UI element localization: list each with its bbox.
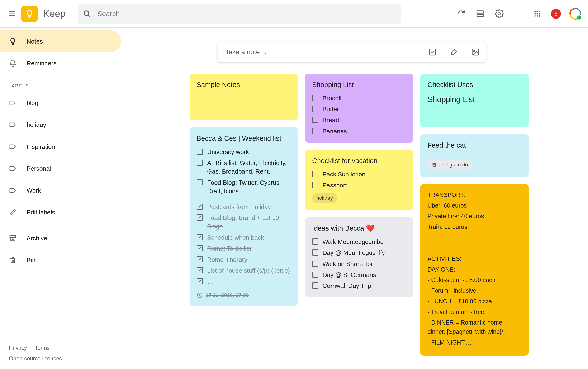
search-input[interactable]	[97, 10, 396, 18]
checkbox-icon[interactable]	[197, 245, 203, 251]
checkbox-icon[interactable]	[197, 278, 203, 284]
note-card[interactable]: Becca & Ces | Weekend list University wo…	[189, 127, 298, 306]
sidebar-label-blog[interactable]: blog	[0, 92, 121, 114]
checklist-item[interactable]: Food Blog: Brand + 1st 10 Blogs	[197, 214, 291, 231]
checklist-item[interactable]: Passport	[312, 181, 406, 189]
checkbox-icon[interactable]	[197, 179, 203, 185]
take-note-bar[interactable]: Take a note…	[217, 42, 486, 62]
checklist-item-text: Butter	[323, 105, 406, 113]
notifications-badge[interactable]: 3	[551, 9, 561, 19]
checklist-item[interactable]: Rome: To do list	[197, 244, 291, 253]
sidebar-label-personal[interactable]: Personal	[0, 158, 121, 180]
sidebar-item-label: Work	[27, 187, 41, 194]
checkbox-icon[interactable]	[312, 128, 318, 134]
checkbox-icon[interactable]	[312, 261, 318, 267]
sidebar: Notes Reminders LABELS blog holiday Insp…	[0, 28, 121, 369]
sidebar-item-archive[interactable]: Archive	[0, 227, 121, 249]
terms-link[interactable]: Terms	[35, 345, 50, 351]
note-title: Becca & Ces | Weekend list	[197, 134, 291, 143]
checklist-item[interactable]: University work	[197, 148, 291, 156]
checklist-item[interactable]: Walk Mountedgcombe	[312, 237, 406, 246]
note-card[interactable]: Shopping List BrocolliButterBreadBananas	[305, 74, 413, 143]
source-chip[interactable]: Things to do	[427, 160, 472, 170]
note-title: Feed the cat	[427, 141, 521, 150]
checklist-item[interactable]: All Bills list: Water, Electricity, Gas,…	[197, 159, 291, 176]
note-card[interactable]: TRANSPORT:Uber: 60 eurosPrivate hire: 40…	[420, 184, 529, 355]
sidebar-label-holiday[interactable]: holiday	[0, 114, 121, 136]
checkbox-icon[interactable]	[197, 267, 203, 273]
checklist-item[interactable]: Butter	[312, 105, 406, 113]
licences-link[interactable]: Open-source licences	[9, 355, 121, 362]
privacy-link[interactable]: Privacy	[9, 345, 27, 351]
note-card[interactable]: Feed the cat Things to do	[420, 134, 529, 177]
list-view-button[interactable]	[475, 9, 485, 19]
new-drawing-button[interactable]	[449, 47, 459, 57]
checkbox-icon[interactable]	[312, 249, 318, 256]
checklist-item[interactable]: Cornwall Day Trip	[312, 281, 406, 290]
archive-icon	[8, 235, 18, 242]
checklist-item[interactable]: Walk on Sharp Tor	[312, 260, 406, 268]
sidebar-label-work[interactable]: Work	[0, 180, 121, 201]
sidebar-item-reminders[interactable]: Reminders	[0, 52, 121, 74]
note-card[interactable]: Checklist for vacation Pack Sun lotionPa…	[305, 150, 413, 210]
checklist-item-text: Passport	[323, 181, 406, 189]
svg-point-14	[534, 15, 536, 16]
checkbox-icon[interactable]	[197, 160, 203, 166]
checkbox-icon[interactable]	[312, 95, 318, 101]
settings-button[interactable]	[494, 9, 504, 19]
checkbox-icon[interactable]	[312, 106, 318, 112]
checklist-item[interactable]: Food Blog: Twitter, Cyprus Draft, Icons	[197, 178, 291, 196]
sidebar-label-inspiration[interactable]: Inspiration	[0, 136, 121, 158]
checklist-item[interactable]: Rome itinerary	[197, 255, 291, 264]
reminder-chip[interactable]: 17 Jul 2016, 07:00	[197, 292, 291, 299]
checkbox-icon[interactable]	[312, 238, 318, 245]
checklist-item[interactable]: …	[197, 277, 291, 286]
svg-point-13	[539, 13, 540, 14]
checkbox-icon[interactable]	[197, 215, 203, 221]
search-bar[interactable]	[78, 4, 401, 24]
label-icon	[8, 121, 18, 129]
checklist-item[interactable]: Day @ Mount egus iffy	[312, 248, 406, 257]
checkbox-icon[interactable]	[197, 256, 203, 263]
trash-icon	[8, 256, 18, 264]
main-menu-button[interactable]	[7, 8, 18, 20]
refresh-button[interactable]	[456, 9, 466, 19]
checkbox-icon[interactable]	[312, 282, 318, 289]
checklist-item[interactable]: Bread	[312, 116, 406, 124]
label-chip[interactable]: holiday	[312, 193, 337, 203]
checklist-item[interactable]: Brocolli	[312, 94, 406, 102]
checklist-item-text: Rome itinerary	[207, 255, 291, 264]
note-card[interactable]: Sample Notes	[189, 74, 298, 120]
checklist-item[interactable]: Schedule when back	[197, 233, 291, 242]
sidebar-item-notes[interactable]: Notes	[0, 31, 121, 52]
sidebar-item-label: blog	[27, 99, 38, 107]
checkbox-icon[interactable]	[197, 204, 203, 210]
brush-icon	[450, 48, 458, 56]
checklist-item[interactable]: List of house stuff (s/p) (kettle)	[197, 266, 291, 275]
note-card[interactable]: Checklist Uses Shopping List	[420, 74, 529, 127]
checkbox-icon[interactable]	[312, 117, 318, 123]
label-icon	[8, 165, 18, 172]
account-avatar[interactable]	[569, 8, 581, 20]
svg-point-10	[539, 11, 540, 12]
checkbox-icon[interactable]	[312, 171, 318, 177]
new-image-button[interactable]	[470, 47, 480, 57]
checkbox-icon[interactable]	[197, 234, 203, 240]
apps-button[interactable]	[532, 9, 542, 19]
svg-rect-24	[433, 164, 435, 165]
checklist-item[interactable]: Pack Sun lotion	[312, 170, 406, 179]
checklist-item[interactable]: Day @ St Germans	[312, 271, 406, 279]
checkbox-icon[interactable]	[312, 182, 318, 188]
note-card[interactable]: Ideas with Becca ❤️ Walk MountedgcombeDa…	[305, 217, 413, 297]
new-list-button[interactable]	[428, 47, 437, 57]
sidebar-item-bin[interactable]: Bin	[0, 249, 121, 271]
app-logo	[21, 6, 38, 22]
checklist-item-text: Bread	[323, 116, 406, 124]
checklist-item[interactable]: Postcards from Holiday	[197, 203, 291, 211]
checkbox-icon[interactable]	[312, 272, 318, 278]
checkbox-icon[interactable]	[197, 149, 203, 155]
svg-point-3	[84, 11, 89, 15]
sidebar-item-edit-labels[interactable]: Edit labels	[0, 201, 121, 223]
checklist-item[interactable]: Bananas	[312, 127, 406, 135]
pencil-icon	[8, 209, 18, 216]
